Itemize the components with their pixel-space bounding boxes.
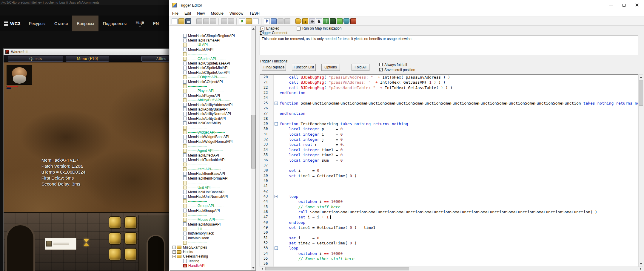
tree-scrollbar[interactable] <box>251 26 255 270</box>
tree-separator-item[interactable]: --------UI API-------- <box>170 43 251 47</box>
tree-separator-item[interactable]: ---------------- <box>170 241 251 245</box>
code-line[interactable]: 25−function SomeFunctionSomeFunctionSome… <box>260 101 638 106</box>
menu-window[interactable]: Window <box>227 10 246 16</box>
tree-folder[interactable]: −Useless/Testing <box>170 254 251 259</box>
scroll-left-arrow[interactable] <box>260 267 265 271</box>
tree-separator-item[interactable]: ---------------- <box>170 181 251 185</box>
trigger-comment-box[interactable]: This code can be removed, as it is only … <box>260 36 638 55</box>
export-folder-icon[interactable] <box>246 18 252 24</box>
scroll-up-arrow[interactable] <box>639 75 643 80</box>
tree-separator-item[interactable]: --------Group API-------- <box>170 203 251 208</box>
test-map-icon[interactable] <box>295 18 301 24</box>
scroll-thumb[interactable] <box>251 115 255 169</box>
tree-item[interactable]: MemHackPlayerAPI <box>170 93 251 98</box>
code-line[interactable]: 32 local integer j = 0 <box>260 137 638 142</box>
code-line[interactable]: 37 <box>260 163 638 168</box>
run-on-init-checkbox[interactable] <box>297 27 301 30</box>
game-viewport[interactable]: QuestsMenu (F10)Allies MemHackAPI v1.7Pa… <box>4 55 169 271</box>
fold-toggle[interactable]: − <box>275 122 278 125</box>
code-line[interactable]: 55 // Some other stuff here <box>260 256 638 261</box>
menu-edit[interactable]: Edit <box>181 10 194 16</box>
code-editor[interactable]: 20 call BJDebugMsg( "pJassEnvAddress: " … <box>260 74 638 267</box>
tree-item[interactable]: MemHackFrameAPI <box>170 38 251 42</box>
tree-item[interactable]: InitMemoryHack <box>170 231 251 236</box>
code-line[interactable]: 22 call BJDebugMsg( "pJassHandleTable: "… <box>260 85 638 90</box>
code-line[interactable]: 31 local integer i = 0 <box>260 132 638 137</box>
tree-expander[interactable]: + <box>172 250 176 254</box>
tree-expander[interactable]: + <box>172 246 176 249</box>
code-line[interactable]: 54 exitwhen i == 10000 <box>260 251 638 256</box>
tree-item[interactable]: MemHackCSimpleRegionAPI <box>170 33 251 38</box>
tree-item[interactable]: MemHackAbilityUnitAPI <box>170 116 251 121</box>
tree-item[interactable]: MemHackCObjectAPI <box>170 79 251 84</box>
command-button[interactable] <box>109 248 121 261</box>
menu-file[interactable]: File <box>169 10 181 16</box>
command-button[interactable] <box>124 216 137 229</box>
options-button[interactable]: Options <box>321 64 340 71</box>
paste-icon[interactable] <box>210 18 216 24</box>
code-line[interactable]: 38 set i = 0 <box>260 168 638 173</box>
redo-icon[interactable] <box>228 18 234 24</box>
command-button[interactable] <box>109 216 121 229</box>
nav-item-articles[interactable]: Статьи <box>50 16 72 31</box>
tree-folder[interactable]: +Hooks <box>170 249 251 254</box>
tree-separator-item[interactable]: --------Agent API-------- <box>170 148 251 153</box>
tree-item[interactable]: MemHackAbilityNormalAPI <box>170 112 251 116</box>
code-line[interactable]: 48 endloop <box>260 220 638 225</box>
code-line[interactable]: 39 set time1 = GetLocalTime( 0 ) <box>260 173 638 178</box>
code-line[interactable]: 27endfunction <box>260 111 638 116</box>
scroll-down-arrow[interactable] <box>639 261 643 267</box>
always-fold-all-checkbox[interactable] <box>379 63 383 66</box>
sound-editor-icon[interactable] <box>309 18 315 24</box>
te-titlebar[interactable]: Trigger Editor <box>169 0 644 10</box>
command-button[interactable] <box>124 248 137 261</box>
code-line[interactable]: 30 local integer p = 0 <box>260 126 638 131</box>
nav-item-lang-en[interactable]: EN <box>149 16 163 31</box>
code-line[interactable]: 26 <box>260 106 638 111</box>
nav-item-more[interactable]: Ещё <box>131 16 149 31</box>
fold-toggle[interactable]: − <box>275 246 278 250</box>
import-manager-icon[interactable] <box>343 18 349 24</box>
tree-item[interactable]: MemHackItemBaseAPI <box>170 172 251 176</box>
code-line[interactable]: 34 local integer time1 = 0 <box>260 147 638 152</box>
tree-item[interactable]: MemHackItemNormalAPI <box>170 176 251 180</box>
tree-item[interactable]: MemHackUnitBaseAPI <box>170 190 251 194</box>
scroll-down-arrow[interactable] <box>251 265 256 270</box>
nav-item-questions[interactable]: Вопросы <box>72 16 98 31</box>
flag-icon[interactable] <box>264 18 270 24</box>
tree-separator-item[interactable]: --------Mouse API-------- <box>170 218 251 222</box>
open-icon[interactable] <box>178 18 184 24</box>
ai-editor-icon[interactable] <box>330 18 336 24</box>
code-line[interactable]: 40 <box>260 178 638 183</box>
tree-item[interactable]: MemHackWidgetNormalAPI <box>170 139 251 144</box>
menu-new[interactable]: New <box>194 10 208 16</box>
code-line[interactable]: 35 local integer time2 = 0 <box>260 152 638 157</box>
game-button-allies[interactable]: Allies <box>141 56 169 62</box>
editor-hscrollbar[interactable] <box>260 267 643 271</box>
code-line[interactable]: 46 call SomeFunctionSomeFunctionSomeFunc… <box>260 209 638 215</box>
tree-item[interactable]: MemHackWidgetBaseAPI <box>170 135 251 139</box>
close-button[interactable] <box>631 0 644 10</box>
game-button-quests[interactable]: Quests <box>8 56 63 62</box>
tree-item[interactable]: MemHackCSpriteBaseAPI <box>170 61 251 65</box>
tree-separator-item[interactable]: --------Widget API-------- <box>170 130 251 134</box>
menu-module[interactable]: Module <box>208 10 227 16</box>
code-line[interactable]: 36 local integer sum = 0 <box>260 158 638 163</box>
convert-icon[interactable] <box>271 18 277 24</box>
tree-item[interactable]: MemHackCSpriteMiniAPI <box>170 66 251 70</box>
fold-toggle[interactable]: − <box>275 195 278 198</box>
tree-item[interactable]: Testing <box>170 259 251 263</box>
tree-separator-item[interactable]: ---------------- <box>170 52 251 56</box>
code-line[interactable]: 33 local real r = 0. <box>260 142 638 147</box>
hero-portrait[interactable] <box>7 65 32 85</box>
fold-all-button[interactable]: Fold All <box>352 64 369 71</box>
code-line[interactable]: 42 <box>260 189 638 194</box>
tree-item[interactable]: MemHackCastAbility <box>170 121 251 125</box>
tree-expander[interactable]: − <box>172 255 176 258</box>
cut-icon[interactable] <box>196 18 202 24</box>
code-line[interactable]: 52 set time2 = GetLocalTime( 0 ) <box>260 241 638 246</box>
menu-tesh[interactable]: TESH <box>246 10 263 16</box>
maximize-button[interactable] <box>617 0 631 10</box>
undo-icon[interactable] <box>221 18 227 24</box>
code-line[interactable]: 41 <box>260 183 638 189</box>
